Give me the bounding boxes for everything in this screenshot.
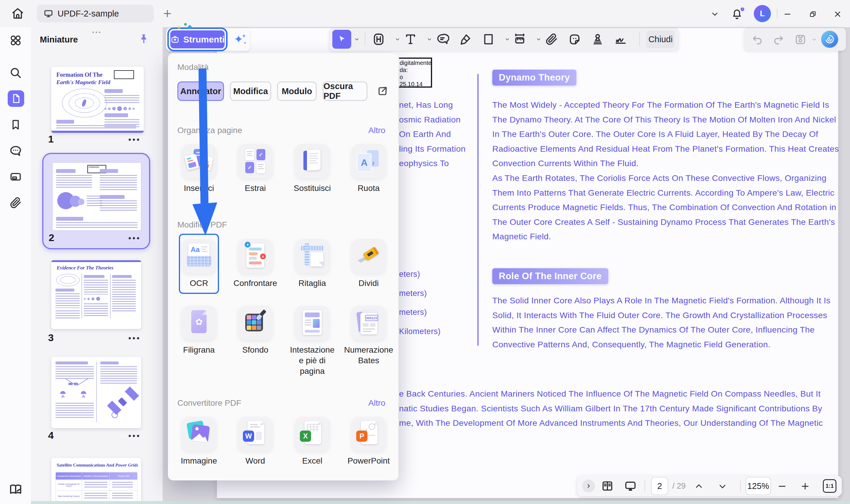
home-button[interactable] [10,5,26,22]
page-menu-button[interactable]: ••• [128,334,141,343]
tile-excel[interactable]: X Excel [283,416,342,466]
split-cutter-icon [356,244,381,268]
tile-filigrana[interactable]: ✿ Filigrana [169,305,229,355]
signature-tool-button[interactable] [613,32,628,47]
page-thumbnail-5[interactable]: Satellite Communications And Power Grids… [51,458,141,504]
pin-icon [139,33,149,45]
mode-oscura-pdf[interactable]: Oscura PDF [323,82,367,101]
tile-intestazione[interactable]: Intestazione e piè di pagina [283,305,342,377]
panel-drag-handle[interactable] [91,29,101,34]
tile-ritaglia[interactable]: Ritaglia [283,238,342,289]
ai-assistant-button[interactable] [821,31,838,48]
tile-immagine[interactable]: Immagine [169,416,229,466]
search-button[interactable] [8,66,23,80]
chevron-down-icon [710,10,719,19]
shape-tool-button[interactable] [481,32,496,47]
zoom-level-input[interactable]: 125% [745,477,771,495]
thumbnails-tab-selected[interactable] [8,90,24,107]
shape-tool-dropdown[interactable] [503,35,511,43]
ai-assistant-sparkles-button[interactable]: ✦ ✦ ✦ [231,31,250,48]
page-layout-button[interactable] [600,479,614,493]
select-tool-dropdown[interactable] [353,35,361,43]
stamp-tool-button[interactable] [590,32,605,47]
crop-icon [300,244,325,268]
tab-title: UPDF-2-sample [57,9,119,19]
notifications-button[interactable] [729,6,745,22]
zoom-out-button[interactable] [776,480,789,493]
panel-title: Miniature [40,35,78,44]
left-icon-rail [0,27,32,504]
tile-sfondo[interactable]: Sfondo [226,305,285,355]
actual-size-button[interactable]: 1:1 [823,479,836,493]
page-thumbnail-1[interactable]: Formation Of The Earth's Magnetic Field [51,67,144,133]
document-tab[interactable]: UPDF-2-sample [37,5,154,22]
pin-panel-button[interactable] [137,33,150,46]
save-button[interactable] [793,33,808,47]
tile-powerpoint[interactable]: P PowerPoint [339,416,398,466]
presentation-button[interactable] [623,479,637,493]
zoom-in-button[interactable] [799,480,812,493]
form-fields-button[interactable] [8,169,23,184]
expand-bar-button[interactable] [582,480,595,492]
tile-sostituisci[interactable]: Sostituisci [283,143,342,194]
bookmarks-button[interactable] [8,118,23,132]
image-convert-icon [186,421,211,446]
comment-tool-button[interactable] [435,32,450,47]
close-window-button[interactable] [831,8,844,20]
convertitore-more-link[interactable]: Altro [368,398,385,408]
bottom-edge-strip [31,501,850,504]
attachments-button[interactable] [8,195,23,210]
home-icon [11,7,24,20]
tools-button[interactable]: Strumenti [170,30,224,48]
page-thumbnail-4[interactable] [51,357,141,428]
tile-word[interactable]: W Word [226,416,285,466]
avatar[interactable]: L [754,5,771,22]
organizza-more-link[interactable]: Altro [368,126,385,135]
left-column-fragments: net, Has Long osmic Radiation On Earth A… [399,98,466,171]
chevron-down-icon [536,36,542,42]
window-menu-button[interactable] [708,8,721,20]
dynamo-paragraph: The Most Widely - Accepted Theory For Th… [492,98,839,244]
replace-pages-icon [300,148,325,173]
comment-bubble-icon [436,33,449,46]
heading-tool-button[interactable] [371,32,386,47]
column-divider [477,74,478,346]
select-tool-button-active[interactable] [332,30,351,49]
text-tool-dropdown[interactable] [425,35,434,43]
inner-core-heading: Role Of The Inner Core [492,268,608,284]
attachment-tool-button[interactable] [544,32,559,47]
tile-dividi[interactable]: Dividi [339,238,398,289]
save-options-dropdown[interactable] [811,36,818,43]
page-menu-button[interactable]: ••• [128,431,141,440]
close-tools-button[interactable]: Chiudi [646,30,675,48]
title-bar: UPDF-2-sample L [0,0,850,27]
highlighter-tool-button[interactable] [458,32,473,47]
restore-button[interactable] [806,8,819,20]
page-number-input[interactable]: 2 [651,477,668,495]
comments-button[interactable] [8,143,23,158]
text-tool-button[interactable] [403,32,418,47]
reader-mode-button[interactable] [8,482,24,498]
measure-tool-dropdown[interactable] [535,35,543,43]
page-menu-button[interactable]: ••• [128,135,141,144]
page-thumbnail-3[interactable]: Evidence For The Theories [51,260,141,329]
apps-grid-button[interactable] [8,33,23,48]
inner-core-paragraph: The Solid Inner Core Also Plays A Role I… [492,293,831,352]
page-number-label: 4 [48,430,54,441]
tile-ruota[interactable]: A › Ruota [339,143,398,194]
new-tab-button[interactable] [160,6,175,21]
sticker-tool-button[interactable] [567,32,582,47]
mode-modulo[interactable]: Modulo [277,82,317,101]
minimize-button[interactable] [781,8,794,20]
measure-tool-button[interactable] [512,32,527,47]
tile-bates[interactable]: 000123 Numerazione Bates [339,305,398,366]
redo-button[interactable] [772,33,786,47]
heading-tool-dropdown[interactable] [394,35,402,43]
open-in-new-window-button[interactable] [376,84,389,98]
rotate-pages-icon: A › [356,148,381,173]
previous-page-button[interactable] [692,480,705,493]
page-menu-button[interactable]: ••• [128,234,141,243]
next-page-button[interactable] [716,480,729,493]
titlebar-divider [777,9,777,19]
undo-button[interactable] [750,33,764,47]
